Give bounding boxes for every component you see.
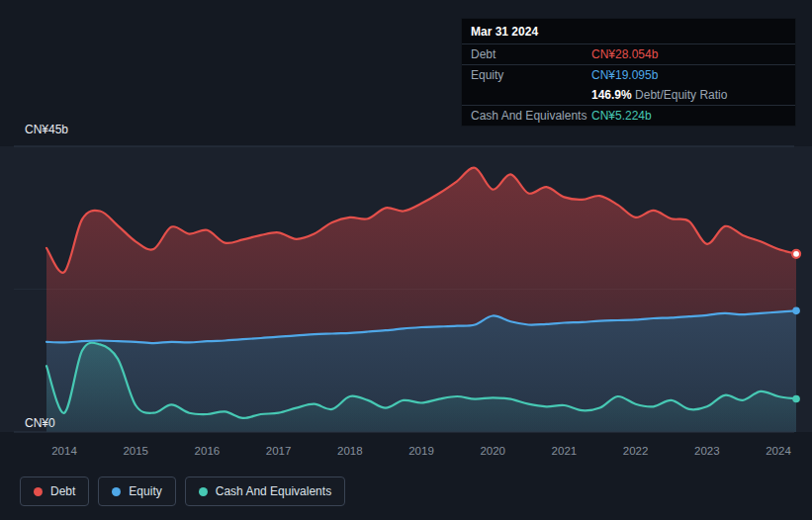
tooltip-ratio: 146.9% Debt/Equity Ratio [591, 88, 786, 102]
debt-end-marker [792, 250, 800, 258]
debt-equity-history-panel: 2014201520162017201820192020202120222023… [0, 0, 812, 520]
x-tick-label-2019: 2019 [408, 445, 434, 457]
y-axis-min-label: CN¥0 [25, 417, 55, 429]
tooltip-date: Mar 31 2024 [462, 19, 795, 43]
legend-item-debt-label: Debt [50, 484, 75, 498]
x-tick-label-2021: 2021 [552, 445, 578, 457]
legend-item-equity-label: Equity [129, 484, 161, 498]
legend-item-cash[interactable]: Cash And Equivalents [185, 477, 345, 506]
cash-end-marker [792, 395, 800, 403]
tooltip-ratio-row: 146.9% Debt/Equity Ratio [462, 85, 795, 105]
tooltip-cash-row: Cash And Equivalents CN¥5.224b [462, 106, 795, 126]
tooltip-cash-value: CN¥5.224b [591, 109, 786, 123]
tooltip-cash-label: Cash And Equivalents [471, 109, 591, 123]
x-tick-label-2016: 2016 [195, 445, 221, 457]
tooltip-ratio-label: Debt/Equity Ratio [635, 88, 727, 102]
chart-legend: Debt Equity Cash And Equivalents [20, 477, 345, 506]
tooltip-debt-value: CN¥28.054b [591, 47, 786, 61]
tooltip-ratio-value: 146.9% [591, 88, 632, 102]
equity-end-marker [792, 307, 800, 315]
cash-legend-dot-icon [199, 487, 208, 496]
x-tick-label-2017: 2017 [266, 445, 292, 457]
x-tick-label-2018: 2018 [337, 445, 363, 457]
tooltip-debt-label: Debt [471, 47, 591, 61]
x-tick-label-2023: 2023 [694, 445, 720, 457]
legend-item-cash-label: Cash And Equivalents [216, 484, 331, 498]
debt-legend-dot-icon [34, 487, 43, 496]
x-tick-label-2022: 2022 [623, 445, 649, 457]
tooltip-equity-row: Equity CN¥19.095b [462, 65, 795, 85]
tooltip-equity-label: Equity [471, 68, 591, 82]
x-tick-label-2014: 2014 [51, 445, 77, 457]
x-tick-label-2015: 2015 [123, 445, 148, 457]
tooltip-equity-value: CN¥19.095b [591, 68, 786, 82]
legend-item-debt[interactable]: Debt [20, 477, 89, 506]
y-axis-max-label: CN¥45b [25, 124, 68, 135]
equity-legend-dot-icon [112, 487, 121, 496]
chart-tooltip: Mar 31 2024 Debt CN¥28.054b Equity CN¥19… [461, 18, 796, 127]
tooltip-debt-row: Debt CN¥28.054b [462, 44, 795, 64]
x-tick-label-2024: 2024 [766, 445, 791, 457]
legend-item-equity[interactable]: Equity [98, 477, 175, 506]
x-tick-label-2020: 2020 [480, 445, 505, 457]
